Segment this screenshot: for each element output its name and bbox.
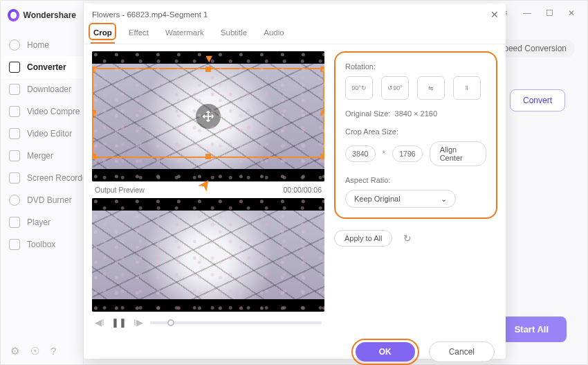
sidebar-item-label: Player — [27, 217, 50, 227]
sidebar-item-editor[interactable]: Video Editor — [1, 123, 83, 145]
sidebar-item-label: Merger — [27, 151, 53, 161]
timecode: 00:00/00:06 — [284, 186, 322, 194]
move-handle-icon[interactable] — [196, 104, 221, 129]
downloader-icon — [9, 84, 20, 95]
aspect-ratio-label: Aspect Ratio: — [345, 176, 486, 184]
sidebar-item-label: Video Editor — [27, 129, 72, 139]
original-size-value: 3840 × 2160 — [395, 109, 437, 118]
sidebar-item-recorder[interactable]: Screen Recorde — [1, 167, 83, 189]
sidebar-nav: Home Converter Downloader Video Compre V… — [1, 31, 83, 338]
close-icon[interactable]: ✕ — [490, 9, 499, 20]
ok-highlight: OK — [351, 339, 419, 365]
align-center-button[interactable]: Align Center — [430, 141, 486, 166]
crop-panel: Rotation: 90°↻ ↺90° ⇋ ⥮ Original Size: 3… — [334, 51, 497, 219]
modal-footer: OK Cancel — [84, 333, 506, 365]
crop-box[interactable] — [92, 68, 324, 158]
dvd-icon — [9, 195, 20, 206]
sidebar-item-toolbox[interactable]: Toolbox — [1, 233, 83, 256]
sidebar-item-label: Screen Recorde — [27, 173, 83, 183]
editor-icon — [9, 128, 20, 139]
brand: Wondershare — [1, 1, 83, 31]
rotate-cw-button[interactable]: 90°↻ — [345, 76, 373, 100]
rotation-label: Rotation: — [345, 62, 486, 71]
crop-height-input[interactable]: 1796 — [392, 145, 423, 162]
aspect-ratio-select[interactable]: Keep Original ⌄ — [345, 190, 456, 208]
modal-title: Flowers - 66823.mp4-Segment 1 — [84, 3, 506, 21]
crop-modal: Flowers - 66823.mp4-Segment 1 ✕ Crop Eff… — [84, 3, 506, 359]
sidebar-bottom: ⚙ ☉ ? — [1, 338, 83, 364]
original-size-label: Original Size: — [345, 109, 390, 118]
output-preview — [92, 198, 324, 312]
player-icon — [9, 217, 20, 228]
sidebar-item-converter[interactable]: Converter — [1, 56, 83, 78]
sidebar-item-home[interactable]: Home — [1, 34, 83, 56]
notifications-icon[interactable]: ☉ — [30, 345, 39, 357]
sidebar-item-label: Downloader — [27, 84, 71, 94]
source-preview[interactable]: ▼ — [92, 51, 324, 181]
chevron-down-icon: ⌄ — [441, 195, 447, 204]
ok-button[interactable]: OK — [356, 342, 415, 362]
home-icon — [9, 39, 20, 51]
sidebar-item-merger[interactable]: Merger — [1, 145, 83, 167]
tab-audio[interactable]: Audio — [261, 24, 286, 44]
output-preview-label: Output Preview — [95, 186, 145, 194]
start-all-button[interactable]: Start All — [497, 317, 567, 342]
sidebar: Wondershare Home Converter Downloader Vi… — [1, 1, 84, 364]
sidebar-item-label: Converter — [27, 62, 66, 72]
transport-bar: ◀Ⅰ ❚❚ Ⅰ▶ — [92, 312, 324, 333]
modal-tabs: Crop Effect Watermark Subtitle Audio — [84, 21, 506, 44]
sidebar-item-label: DVD Burner — [27, 195, 72, 205]
main-area: ≡ — ☐ ✕ Speed Conversion Convert Start A… — [84, 1, 587, 364]
help-icon[interactable]: ? — [50, 345, 56, 357]
crop-area-label: Crop Area Size: — [345, 127, 486, 136]
sidebar-item-compressor[interactable]: Video Compre — [1, 100, 83, 123]
merger-icon — [9, 150, 20, 161]
tab-subtitle[interactable]: Subtitle — [218, 24, 250, 44]
prev-frame-button[interactable]: ◀Ⅰ — [95, 317, 104, 328]
reset-icon[interactable]: ↻ — [403, 233, 412, 244]
rotate-ccw-button[interactable]: ↺90° — [381, 76, 409, 100]
close-window-icon[interactable]: ✕ — [562, 6, 580, 20]
brand-logo-icon — [8, 9, 19, 21]
output-preview-bar: Output Preview 00:00/00:06 ➤ — [92, 181, 324, 198]
aspect-ratio-value: Keep Original — [354, 195, 401, 203]
sidebar-item-label: Video Compre — [27, 107, 80, 116]
tab-crop[interactable]: Crop — [91, 24, 115, 44]
settings-icon[interactable]: ⚙ — [10, 345, 19, 357]
flip-horizontal-button[interactable]: ⇋ — [417, 76, 445, 100]
tab-watermark[interactable]: Watermark — [163, 24, 207, 44]
sidebar-item-player[interactable]: Player — [1, 211, 83, 233]
apply-to-all-button[interactable]: Apply to All — [334, 230, 392, 247]
sidebar-item-label: Home — [27, 40, 49, 50]
converter-icon — [9, 62, 20, 73]
sidebar-item-downloader[interactable]: Downloader — [1, 78, 83, 100]
crop-width-input[interactable]: 3840 — [345, 145, 376, 162]
toolbox-icon — [9, 239, 20, 250]
timeline-slider[interactable] — [150, 321, 322, 324]
recorder-icon — [9, 172, 20, 184]
crop-settings: Rotation: 90°↻ ↺90° ⇋ ⥮ Original Size: 3… — [334, 51, 497, 333]
next-frame-button[interactable]: Ⅰ▶ — [134, 317, 143, 328]
flip-vertical-button[interactable]: ⥮ — [453, 76, 481, 100]
multiply-icon: * — [383, 149, 386, 159]
arrow-down-icon: ▼ — [203, 53, 214, 65]
cancel-button[interactable]: Cancel — [429, 341, 495, 362]
minimize-icon[interactable]: — — [518, 6, 536, 20]
sidebar-item-label: Toolbox — [27, 240, 55, 249]
sidebar-item-dvd-burner[interactable]: DVD Burner — [1, 189, 83, 211]
window-controls: ≡ — ☐ ✕ — [496, 6, 580, 20]
brand-name: Wondershare — [24, 10, 76, 20]
maximize-icon[interactable]: ☐ — [540, 6, 558, 20]
preview-column: ▼ Output Preview 00:00/00:06 ➤ ◀ — [92, 51, 324, 333]
tab-effect[interactable]: Effect — [126, 24, 151, 44]
convert-button[interactable]: Convert — [510, 89, 565, 112]
pause-button[interactable]: ❚❚ — [111, 317, 127, 328]
compressor-icon — [9, 106, 20, 117]
